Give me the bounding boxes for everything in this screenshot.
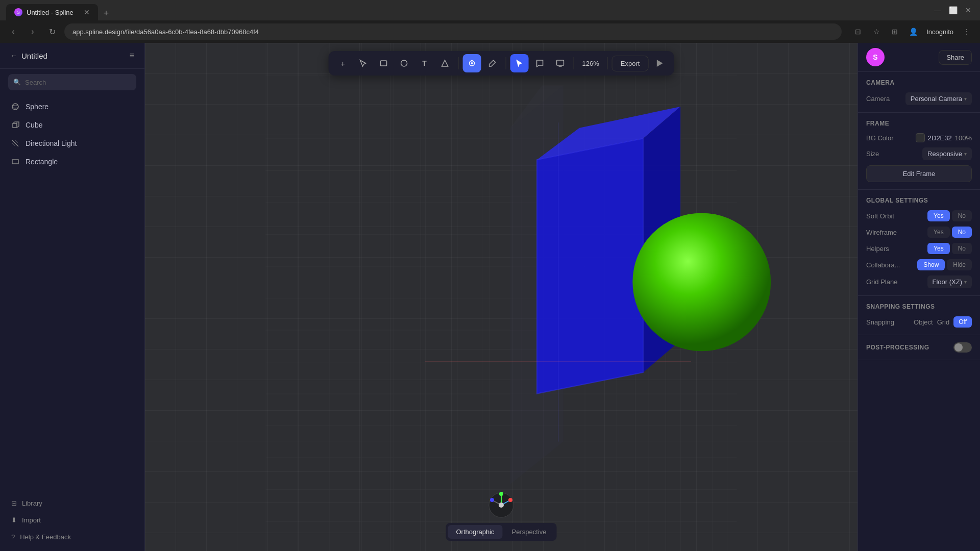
screen-tool-btn[interactable] — [551, 54, 570, 72]
orbit-tool-btn[interactable] — [463, 54, 481, 72]
scene-item-cube[interactable]: Cube — [0, 116, 144, 134]
snapping-section: Snapping Settings Snapping Object Grid O… — [858, 296, 980, 335]
color-row: 2D2E32 100% — [916, 133, 972, 142]
collabora-show-btn[interactable]: Show — [917, 259, 945, 270]
profile-icon[interactable]: 👤 — [906, 24, 920, 39]
share-btn[interactable]: Share — [939, 50, 972, 65]
scene-item-rectangle[interactable]: Rectangle — [0, 153, 144, 171]
scene-item-sphere[interactable]: Sphere — [0, 97, 144, 116]
svg-line-6 — [15, 140, 18, 143]
forward-btn[interactable]: › — [26, 24, 40, 39]
main-canvas[interactable]: + T — [145, 43, 857, 551]
project-title: Untitled — [21, 52, 47, 60]
size-dropdown[interactable]: Responsive ▾ — [922, 147, 972, 160]
browser-titlebar: S Untitled - Spline ✕ + — ⬜ ✕ — [0, 0, 980, 20]
post-processing-toggle[interactable] — [953, 342, 972, 353]
export-btn[interactable]: Export — [612, 56, 649, 71]
shape-tool-btn[interactable] — [436, 54, 454, 72]
pen-tool-btn[interactable] — [483, 54, 502, 72]
edit-frame-btn[interactable]: Edit Frame — [866, 165, 972, 182]
camera-row: Camera Personal Camera ▾ — [866, 92, 972, 105]
svg-rect-18 — [381, 61, 387, 66]
bg-color-swatch[interactable] — [916, 133, 925, 142]
wireframe-yes-btn[interactable]: Yes — [927, 227, 950, 238]
grid-plane-dropdown[interactable]: Floor (XZ) ▾ — [927, 276, 972, 288]
tab-favicon: S — [14, 8, 22, 16]
back-btn[interactable]: ‹ — [6, 24, 20, 39]
svg-marker-20 — [442, 60, 448, 66]
snapping-object-btn[interactable]: Object — [914, 318, 933, 326]
sidebar-header: ← Untitled ≡ — [0, 43, 144, 69]
back-arrow-btn[interactable]: ← — [10, 52, 17, 60]
helpers-no-btn[interactable]: No — [952, 243, 972, 254]
text-tool-btn[interactable]: T — [415, 54, 434, 72]
tab-label: Untitled - Spline — [27, 9, 74, 16]
size-row: Size Responsive ▾ — [866, 147, 972, 160]
rectangle-tool-btn[interactable] — [375, 54, 393, 72]
import-label: Import — [22, 516, 41, 524]
help-btn[interactable]: ? Help & Feedback — [8, 529, 136, 545]
bg-color-row: BG Color 2D2E32 100% — [866, 133, 972, 142]
browser-tabs: S Untitled - Spline ✕ + — [6, 0, 113, 20]
grid-plane-row: Grid Plane Floor (XZ) ▾ — [866, 276, 972, 288]
address-bar[interactable]: app.spline.design/file/da56a0aa-6c0b-4fe… — [64, 23, 842, 40]
svg-rect-2 — [13, 123, 17, 128]
user-avatar: S — [866, 48, 885, 66]
grid-plane-value: Floor (XZ) — [933, 278, 963, 286]
sidebar-menu-btn[interactable]: ≡ — [130, 51, 134, 60]
snapping-grid-btn[interactable]: Grid — [937, 318, 950, 326]
library-btn[interactable]: ⊞ Library — [8, 495, 136, 511]
browser-frame: S Untitled - Spline ✕ + — ⬜ ✕ ‹ › ↻ app.… — [0, 0, 980, 551]
frame-section-title: Frame — [866, 120, 972, 127]
snapping-label: Snapping — [866, 318, 894, 326]
star-icon[interactable]: ☆ — [869, 24, 884, 39]
collabora-hide-btn[interactable]: Hide — [947, 259, 972, 270]
maximize-btn[interactable]: ⬜ — [947, 5, 959, 16]
snapping-off-btn[interactable]: Off — [953, 316, 972, 328]
active-tab[interactable]: S Untitled - Spline ✕ — [6, 4, 98, 20]
wireframe-toggle: Yes No — [927, 227, 972, 238]
orthographic-btn[interactable]: Orthographic — [448, 525, 502, 539]
size-label: Size — [866, 150, 879, 158]
sidebar-bottom: ⊞ Library ⬇ Import ? Help & Feedback — [0, 489, 144, 551]
bg-color-label: BG Color — [866, 134, 893, 142]
pointer-tool-btn[interactable] — [510, 54, 529, 72]
extension-icon[interactable]: ⊞ — [888, 24, 902, 39]
axis-gizmo — [486, 490, 517, 520]
bg-color-hex: 2D2E32 — [928, 134, 952, 142]
help-icon: ? — [11, 533, 15, 541]
tab-close-btn[interactable]: ✕ — [84, 8, 90, 16]
close-btn[interactable]: ✕ — [963, 5, 974, 16]
post-processing-row: Post-Processing — [866, 342, 972, 353]
new-tab-btn[interactable]: + — [99, 6, 113, 20]
camera-dropdown[interactable]: Personal Camera ▾ — [905, 92, 972, 105]
refresh-btn[interactable]: ↻ — [45, 24, 59, 39]
select-tool-btn[interactable] — [354, 54, 373, 72]
comment-tool-btn[interactable] — [531, 54, 549, 72]
sidebar: ← Untitled ≡ 🔍 Search Sphere — [0, 43, 145, 551]
svg-rect-24 — [557, 60, 564, 65]
soft-orbit-no-btn[interactable]: No — [952, 210, 972, 221]
cube-label: Cube — [26, 121, 42, 129]
menu-icon[interactable]: ⋮ — [960, 24, 974, 39]
play-btn[interactable] — [650, 54, 669, 72]
minimize-btn[interactable]: — — [932, 5, 943, 16]
toolbar-sep-4 — [607, 57, 608, 69]
svg-point-22 — [471, 62, 473, 64]
svg-point-33 — [490, 498, 494, 502]
search-box[interactable]: 🔍 Search — [8, 74, 136, 90]
import-btn[interactable]: ⬇ Import — [8, 512, 136, 528]
scene-item-light[interactable]: Directional Light — [0, 134, 144, 153]
soft-orbit-yes-btn[interactable]: Yes — [927, 210, 950, 221]
window-controls: — ⬜ ✕ — [932, 5, 974, 16]
helpers-yes-btn[interactable]: Yes — [927, 243, 950, 254]
frame-section: Frame BG Color 2D2E32 100% Size Responsi… — [858, 113, 980, 190]
wireframe-no-btn[interactable]: No — [952, 227, 972, 238]
perspective-btn[interactable]: Perspective — [504, 525, 555, 539]
circle-tool-btn[interactable] — [395, 54, 413, 72]
svg-point-23 — [471, 60, 473, 62]
browser-actions: ⊡ ☆ ⊞ 👤 Incognito ⋮ — [851, 24, 974, 39]
toolbar-sep-3 — [574, 57, 574, 69]
add-tool-btn[interactable]: + — [334, 54, 352, 72]
scene-objects-list: Sphere Cube Directional Light — [0, 95, 144, 489]
